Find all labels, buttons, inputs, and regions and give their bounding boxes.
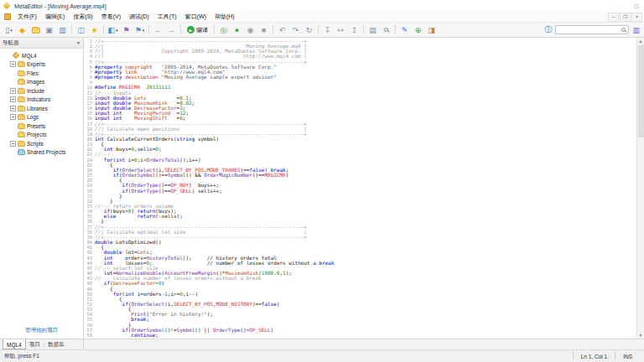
- menu-item-2[interactable]: 搜索(S): [69, 13, 96, 21]
- profiles-button[interactable]: ▥: [56, 24, 69, 36]
- nav-item-indicators[interactable]: +Indicators: [0, 96, 83, 105]
- expand-icon[interactable]: +: [10, 61, 16, 67]
- nav-root-mql4[interactable]: MQL4: [0, 51, 83, 60]
- toolbar-separator: [180, 25, 181, 34]
- navigator-dropdown-icon[interactable]: ▼: [76, 40, 80, 45]
- step-into-button[interactable]: ↧: [321, 24, 334, 36]
- code-line[interactable]: 58 continue;: [84, 333, 636, 338]
- nav-item-shared-projects[interactable]: Shared Projects: [0, 148, 83, 158]
- open-file-button[interactable]: [29, 24, 42, 36]
- nav-item-label: Projects: [27, 132, 46, 137]
- styler-button[interactable]: ✎: [398, 24, 411, 36]
- metatrader-terminal-icon: ◆: [19, 26, 25, 34]
- expand-icon[interactable]: +: [10, 88, 16, 94]
- tab-项目[interactable]: 项目: [26, 339, 44, 349]
- compile-label: 编译: [196, 26, 208, 34]
- expand-icon[interactable]: +: [10, 106, 16, 111]
- title-bar: MetaEditor - [Moving Average.mq4] ─□×: [0, 0, 644, 12]
- screenshots-icon: ◨: [428, 26, 435, 34]
- code-editor[interactable]: 1//+------------------------------------…: [84, 38, 644, 339]
- menu-item-4[interactable]: 调试(D): [125, 13, 153, 21]
- stop-debug-button[interactable]: ■: [257, 24, 270, 36]
- step-into-icon: ↧: [325, 26, 331, 34]
- screenshots-button[interactable]: ◨: [425, 24, 438, 36]
- menu-item-5[interactable]: 工具(T): [153, 13, 181, 21]
- code-text: else return(-sells);: [95, 214, 183, 219]
- navigate-forward-button[interactable]: →: [165, 24, 178, 36]
- step-over-icon: ↦: [338, 26, 345, 34]
- status-insert-mode: INS: [615, 352, 640, 360]
- publish-button[interactable]: ⊕: [412, 24, 424, 36]
- status-help-text: 帮助, press F1: [4, 353, 573, 360]
- refresh-button[interactable]: ↻: [303, 24, 315, 36]
- nav-item-logs[interactable]: +Logs: [0, 113, 83, 122]
- save-button[interactable]: ▣: [43, 24, 55, 36]
- code-area[interactable]: 1//+------------------------------------…: [84, 38, 636, 339]
- undo-button[interactable]: ↶: [276, 24, 288, 36]
- compile-button[interactable]: ▶编译: [184, 24, 211, 36]
- scroll-up-icon[interactable]: ▲: [639, 38, 643, 44]
- tab-mql4[interactable]: MQL4: [3, 339, 26, 349]
- nav-item-label: Shared Projects: [27, 149, 65, 155]
- tab-数据库[interactable]: 数据库: [44, 339, 68, 349]
- new-file-button[interactable]: ▯▾: [3, 24, 15, 36]
- nav-item-libraries[interactable]: +Libraries: [0, 104, 83, 113]
- expand-icon[interactable]: +: [10, 141, 16, 147]
- pause-debug-button[interactable]: ◉: [244, 24, 257, 36]
- nav-item-label: Indicators: [27, 96, 50, 102]
- step-over-button[interactable]: ↦: [335, 24, 347, 36]
- next-bookmark-button[interactable]: ⚑▾: [133, 24, 146, 36]
- scroll-down-icon[interactable]: ▼: [639, 332, 643, 339]
- menu-items: 文件(F)编辑(E)搜索(S)查看(V)调试(D)工具(T)窗口(W)帮助(H): [13, 13, 239, 21]
- mql5-community-button[interactable]: ★: [88, 24, 101, 36]
- start-debug-real-button[interactable]: ◎: [217, 24, 230, 36]
- horizontal-scrollbar[interactable]: [84, 339, 644, 349]
- info-icon[interactable]: ⓘ: [544, 24, 552, 35]
- status-cursor-position: Ln 1, Col 1: [573, 352, 615, 360]
- menu-item-3[interactable]: 查看(V): [97, 13, 125, 21]
- nav-item-presets[interactable]: Presets: [0, 122, 83, 131]
- mdi-close-button[interactable]: ×: [631, 13, 642, 22]
- mdi-minimize-button[interactable]: ─: [608, 13, 619, 22]
- menu-item-6[interactable]: 窗口(W): [181, 13, 210, 21]
- toolbar-separator: [148, 25, 149, 34]
- scrollbar-thumb[interactable]: [638, 45, 644, 137]
- folder-icon: [18, 132, 25, 137]
- start-debug-real-icon: ◎: [221, 26, 227, 34]
- metatrader-terminal-button[interactable]: ◆: [16, 24, 29, 36]
- toolbar-search[interactable]: [555, 25, 629, 34]
- menu-item-7[interactable]: 帮助(H): [210, 13, 239, 21]
- copy-button[interactable]: ▤: [366, 24, 379, 36]
- start-debug-history-button[interactable]: ●: [231, 24, 243, 36]
- bottom-strip: MQL4项目|数据库: [0, 339, 644, 349]
- folder-icon: [18, 142, 25, 147]
- nav-item-images[interactable]: Images: [0, 78, 83, 87]
- expand-icon[interactable]: +: [10, 96, 16, 102]
- navigate-back-button[interactable]: ←: [152, 24, 164, 36]
- search-input[interactable]: [558, 27, 620, 33]
- tile-windows-button[interactable]: ◫: [75, 24, 87, 36]
- step-out-button[interactable]: ↥: [348, 24, 361, 36]
- mdi-restore-button[interactable]: ❐: [620, 13, 631, 22]
- menu-item-0[interactable]: 文件(F): [13, 13, 41, 21]
- menu-item-1[interactable]: 编辑(E): [41, 13, 69, 21]
- nav-item-include[interactable]: +Include: [0, 86, 83, 96]
- toggle-bookmark-button[interactable]: ⚑: [120, 24, 132, 36]
- code-text: continue;: [95, 333, 158, 338]
- navigator-toggle-button[interactable]: ◧▾: [106, 24, 119, 36]
- maximize-button[interactable]: □: [629, 0, 644, 12]
- vertical-scrollbar[interactable]: ▲ ▼: [636, 38, 644, 339]
- open-file-icon: [32, 28, 40, 34]
- toolbar-separator: [273, 25, 273, 34]
- toolbar-right-group: ⓘ ▥: [544, 24, 641, 35]
- nav-item-files[interactable]: Files: [0, 69, 83, 78]
- nav-item-experts[interactable]: +Experts: [0, 60, 83, 70]
- redo-button[interactable]: ↷: [289, 24, 302, 36]
- expand-icon[interactable]: +: [10, 114, 16, 120]
- manage-projects-link[interactable]: 管理你的项目: [0, 324, 83, 339]
- docs-icon[interactable]: ▥: [632, 26, 640, 34]
- nav-item-projects[interactable]: Projects: [0, 131, 83, 140]
- search-in-files-button[interactable]: [380, 24, 392, 36]
- nav-item-scripts[interactable]: +Scripts: [0, 139, 83, 148]
- tile-windows-icon: ◫: [77, 26, 85, 34]
